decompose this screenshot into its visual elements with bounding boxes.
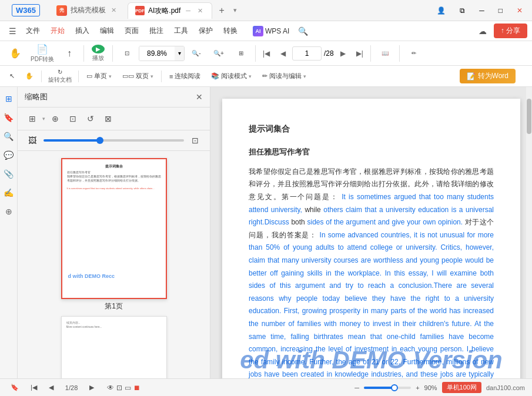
share-button[interactable]: ↑ 分享 xyxy=(494,24,527,38)
status-prev-page-btn[interactable]: ◀ xyxy=(45,382,57,392)
read-edit-label: 阅读与编辑 xyxy=(269,72,302,80)
menu-edit[interactable]: 编辑 xyxy=(95,24,119,38)
menu-hamburger[interactable]: ☰ xyxy=(5,24,20,39)
status-fit-icon[interactable]: ⊡ xyxy=(116,384,122,392)
tab-w365[interactable]: W365 xyxy=(5,2,47,19)
tab-pdf[interactable]: PDF AI攻略.pdf ─ ✕ xyxy=(128,2,212,19)
pdf-page: 提示词集合 担任雅思写作考官 我希望你假定自己是雅思写作考官，根据雅思评判标准，… xyxy=(222,99,520,378)
last-page-button[interactable]: ▶| xyxy=(353,46,367,61)
tab-pdf-minimize[interactable]: ─ xyxy=(184,6,192,15)
to-word-button[interactable]: 📝 转为Word xyxy=(460,69,516,83)
restore-button[interactable]: ⧉ xyxy=(455,4,470,17)
fit-page-button[interactable]: ⊡ xyxy=(116,43,138,64)
new-tab-button[interactable]: + xyxy=(215,4,229,18)
thumbnail-page-2-image[interactable]: 续页内容... More content continues here... xyxy=(61,316,167,378)
search-button[interactable]: 🔍 xyxy=(295,24,310,39)
layer-panel-icon[interactable]: ⊕ xyxy=(2,204,16,219)
zoom-in-status-btn[interactable]: + xyxy=(416,384,419,391)
status-layout-icon[interactable]: ▭ xyxy=(125,384,131,392)
menu-insert[interactable]: 插入 xyxy=(71,24,94,38)
zoom-in-button[interactable]: 🔍+ xyxy=(208,43,229,64)
fit-width-button[interactable]: ⊞ xyxy=(230,43,252,64)
avatar-button[interactable]: 👤 xyxy=(431,1,450,20)
play-button[interactable]: ▶ 播放 xyxy=(88,43,109,64)
zoom-input[interactable] xyxy=(139,46,175,61)
read-edit-button[interactable]: ✏ 阅读与编辑 ▾ xyxy=(257,68,311,85)
export-button[interactable]: ↑ xyxy=(59,43,80,64)
tab-template-close[interactable]: ✕ xyxy=(109,6,118,15)
share-label: 分享 xyxy=(506,26,520,35)
maximize-button[interactable]: □ xyxy=(494,4,507,17)
annotation-button[interactable]: ✏ xyxy=(403,43,424,64)
thumb-replace-button[interactable]: ↺ xyxy=(83,111,98,126)
thumbnail-page-1-image[interactable]: 提示词集合 担任雅思写作考官 我希望你假定自己是雅思写作考官，根据雅思评判标准，… xyxy=(61,158,167,299)
status-eye-icon[interactable]: 👁 xyxy=(107,384,114,392)
tab-template[interactable]: 壳 找稿壳模板 ✕ xyxy=(49,2,125,19)
book-view-button[interactable]: 📖 xyxy=(374,43,396,64)
menu-convert[interactable]: 转换 xyxy=(219,24,242,38)
thumb-delete-button[interactable]: ⊠ xyxy=(101,111,116,126)
thumbnail-page-2[interactable]: 续页内容... More content continues here... 第… xyxy=(61,316,167,378)
attachment-panel-icon[interactable]: 📎 xyxy=(2,167,16,181)
menu-file[interactable]: 文件 xyxy=(21,24,45,38)
status-page-view-toggle[interactable]: 🔖 xyxy=(7,382,22,392)
pdf-scroll-thumb[interactable] xyxy=(527,99,531,134)
double-page-button[interactable]: ▭▭ 双页 ▾ xyxy=(118,68,158,85)
hand-tool-button[interactable]: ✋ xyxy=(5,43,26,64)
zoom-down-arrow[interactable]: ▾ xyxy=(175,46,184,61)
zoom-slider-track[interactable] xyxy=(364,387,411,389)
status-view-controls: 👁 ⊡ ▭ ⏹ xyxy=(107,384,140,392)
select-tool-button[interactable]: ↖ xyxy=(5,68,19,85)
page-input[interactable] xyxy=(292,46,322,61)
rotate-icon: ↻ xyxy=(58,69,62,75)
read-mode-button[interactable]: 📚 阅读模式 ▾ xyxy=(206,68,256,85)
first-page-button[interactable]: |◀ xyxy=(259,46,273,61)
site-link-button[interactable]: 单机100网 xyxy=(442,382,481,393)
single-page-button[interactable]: ▭ 单页 ▾ xyxy=(82,68,116,85)
continuous-read-button[interactable]: ≡ 连续阅读 xyxy=(165,68,205,85)
comment-panel-icon[interactable]: 💬 xyxy=(2,148,16,162)
zoom-slider-dot xyxy=(391,384,398,391)
single-page-label: 单页 xyxy=(94,72,107,80)
prev-page-button[interactable]: ◀ xyxy=(276,46,290,61)
menu-protect[interactable]: 保护 xyxy=(194,24,218,38)
zoom-control[interactable]: ▾ xyxy=(139,46,185,61)
minimize-button[interactable]: ─ xyxy=(474,4,489,17)
zoom-in-icon: 🔍+ xyxy=(213,50,224,56)
thumbnail-close-button[interactable]: ✕ xyxy=(196,92,203,102)
tab-dropdown-arrow[interactable]: ▾ xyxy=(231,6,239,14)
thumb-grid-arrow[interactable]: ▾ xyxy=(42,116,45,122)
thumbnail-page-1[interactable]: 提示词集合 担任雅思写作考官 我希望你假定自己是雅思写作考官，根据雅思评判标准，… xyxy=(61,158,167,311)
close-button[interactable]: ✕ xyxy=(512,4,527,17)
menu-comment[interactable]: 批注 xyxy=(145,24,168,38)
annotation-panel-icon[interactable]: 🔖 xyxy=(2,110,16,125)
search-panel-icon[interactable]: 🔍 xyxy=(2,129,16,143)
thumb-grid-button[interactable]: ⊞ xyxy=(25,111,40,126)
zoom-out-status-btn[interactable]: ─ xyxy=(354,384,359,391)
thumb-expand-icon[interactable]: ⊡ xyxy=(188,133,203,148)
thumb-extract-button[interactable]: ⊡ xyxy=(65,111,81,126)
menu-tools[interactable]: 工具 xyxy=(169,24,193,38)
menu-start[interactable]: 开始 xyxy=(46,24,69,38)
zoom-out-button[interactable]: 🔍- xyxy=(186,43,207,64)
status-page-info[interactable]: 1/28 xyxy=(62,383,81,392)
status-next-page-btn[interactable]: ▶ xyxy=(86,382,98,392)
view-divider-1 xyxy=(41,71,42,82)
toolbar-divider-4 xyxy=(370,45,371,62)
signature-panel-icon[interactable]: ✍ xyxy=(2,186,16,200)
double-page-icon: ▭▭ xyxy=(122,72,134,80)
thumbnail-size-slider[interactable] xyxy=(44,139,184,142)
menu-page[interactable]: 页面 xyxy=(120,24,143,38)
status-first-page-btn[interactable]: |◀ xyxy=(27,382,41,392)
thumb-add-button[interactable]: ⊕ xyxy=(48,111,63,126)
hand-tool-btn2[interactable]: ✋ xyxy=(21,68,38,85)
rotate-button[interactable]: ↻ 旋转文档 xyxy=(45,66,75,87)
next-page-button[interactable]: ▶ xyxy=(336,46,350,61)
status-stop-icon[interactable]: ⏹ xyxy=(133,384,140,392)
pdf-convert-button[interactable]: 📄 PDF转换 xyxy=(27,43,58,64)
tab-pdf-close[interactable]: ✕ xyxy=(196,6,205,15)
wps-ai-button[interactable]: AI WPS AI xyxy=(248,24,294,38)
thumbnail-toggle-icon[interactable]: ⊞ xyxy=(2,92,16,106)
cloud-button[interactable]: ☁ xyxy=(475,24,490,39)
pdf-scrollbar[interactable] xyxy=(526,87,532,378)
